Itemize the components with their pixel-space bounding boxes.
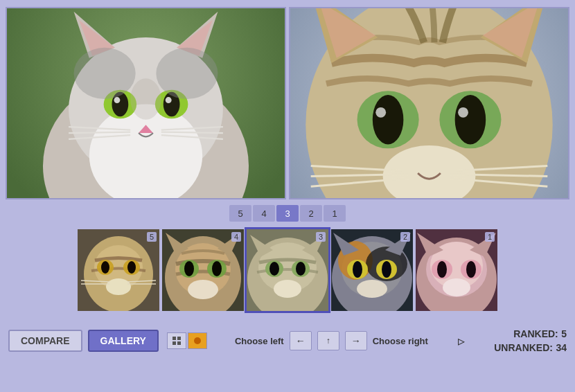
ranked-label: RANKED: xyxy=(513,328,558,339)
svg-point-79 xyxy=(274,280,301,298)
list-view-toggle[interactable] xyxy=(188,332,207,349)
rank-btn-3[interactable]: 3 xyxy=(276,205,299,222)
svg-point-30 xyxy=(373,95,404,144)
svg-point-52 xyxy=(127,261,136,274)
right-preview-image[interactable] xyxy=(289,7,569,199)
svg-line-19 xyxy=(161,132,223,133)
unranked-stat: UNRANKED: 34 xyxy=(494,341,567,354)
svg-point-23 xyxy=(74,48,136,99)
compare-button[interactable]: COMPARE xyxy=(8,330,82,352)
svg-point-13 xyxy=(166,97,172,103)
unranked-value: 34 xyxy=(556,342,567,353)
svg-point-31 xyxy=(455,95,486,144)
svg-point-32 xyxy=(375,107,386,118)
svg-point-90 xyxy=(382,261,391,278)
gallery-button[interactable]: GALLERY xyxy=(88,330,159,352)
choose-right-label: Choose right xyxy=(373,336,428,346)
thumb-rank-label-4: 4 xyxy=(231,232,241,242)
thumbnail-5[interactable]: 5 xyxy=(78,229,159,311)
preview-area xyxy=(0,0,575,201)
thumbnail-2[interactable]: 2 xyxy=(331,229,413,311)
rank-btn-4[interactable]: 4 xyxy=(253,205,275,222)
svg-point-54 xyxy=(106,278,131,295)
svg-point-65 xyxy=(212,261,222,276)
ranked-value: 5 xyxy=(561,328,567,339)
thumbnail-4[interactable]: 4 xyxy=(162,229,244,311)
ranked-stat: RANKED: 5 xyxy=(513,328,567,340)
svg-point-24 xyxy=(156,48,218,99)
nav-right-button[interactable]: → xyxy=(345,331,367,350)
thumb-rank-label-5: 5 xyxy=(147,232,157,242)
thumb-rank-label-2: 2 xyxy=(400,232,410,242)
rank-btn-5[interactable]: 5 xyxy=(229,205,251,222)
svg-rect-110 xyxy=(177,341,181,345)
svg-point-92 xyxy=(357,280,387,298)
thumbnail-1[interactable]: 1 xyxy=(416,229,497,311)
choose-left-label: Choose left xyxy=(235,336,284,346)
svg-point-102 xyxy=(466,261,476,278)
nav-left-button[interactable]: ← xyxy=(290,331,312,350)
svg-point-33 xyxy=(458,107,468,118)
svg-line-16 xyxy=(69,132,130,133)
nav-up-button[interactable]: ↑ xyxy=(317,331,339,350)
toggle-group xyxy=(167,332,207,349)
svg-point-111 xyxy=(194,337,201,344)
svg-point-77 xyxy=(296,262,306,276)
svg-point-89 xyxy=(353,261,362,278)
thumbnail-strip: 5 4 xyxy=(0,226,575,314)
svg-point-104 xyxy=(443,278,470,296)
rank-bar: 5 4 3 2 1 xyxy=(0,201,575,226)
svg-rect-108 xyxy=(177,337,181,340)
stats-area: RANKED: 5 UNRANKED: 34 xyxy=(494,328,567,354)
grid-view-toggle[interactable] xyxy=(167,332,186,349)
svg-point-64 xyxy=(184,261,194,276)
thumb-rank-label-1: 1 xyxy=(485,232,495,242)
thumb-rank-label-3: 3 xyxy=(316,232,326,242)
unranked-label: UNRANKED: xyxy=(494,342,553,353)
svg-rect-107 xyxy=(172,337,176,340)
svg-point-51 xyxy=(101,261,109,274)
thumbnail-3[interactable]: 3 xyxy=(247,229,328,311)
bottom-bar: COMPARE GALLERY Choose left ← ↑ → Choose… xyxy=(0,321,575,360)
rank-btn-1[interactable]: 1 xyxy=(324,205,346,222)
svg-point-25 xyxy=(130,78,161,119)
svg-rect-109 xyxy=(172,341,176,345)
svg-point-76 xyxy=(269,262,279,276)
svg-point-67 xyxy=(188,280,218,299)
rank-btn-2[interactable]: 2 xyxy=(300,205,322,222)
cursor-indicator: ▹ xyxy=(458,332,465,349)
svg-point-12 xyxy=(114,97,120,103)
left-preview-image[interactable] xyxy=(6,7,286,199)
svg-point-101 xyxy=(437,261,447,278)
